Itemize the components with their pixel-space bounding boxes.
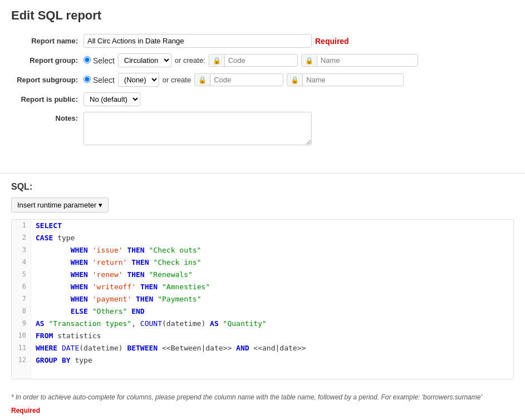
report-subgroup-name-wrapper: 🔒 (287, 73, 404, 86)
sql-label: SQL: (11, 182, 514, 192)
sql-line-3: 3 WHEN 'issue' THEN "Check outs" (12, 244, 513, 256)
required-badge: Required (315, 37, 349, 46)
report-subgroup-code-input[interactable] (210, 74, 283, 86)
insert-param-button[interactable]: Insert runtime parameter ▾ (11, 197, 109, 213)
page-title: Edit SQL report (11, 8, 514, 23)
sql-line-5: 5 WHEN 'renew' THEN "Renewals" (12, 269, 513, 281)
sql-line-1: 1 SELECT (12, 220, 513, 232)
sql-editor: 1 SELECT 2 CASE type 3 WHEN 'issue' THEN… (11, 219, 514, 379)
report-group-code-input[interactable] (225, 55, 297, 66)
report-group-code-wrapper: 🔒 (209, 54, 298, 67)
report-name-input[interactable] (84, 34, 312, 48)
report-group-or-create: or create: (175, 56, 205, 65)
sql-line-11: 11 WHERE DATE(datetime) BETWEEN <<Betwee… (12, 342, 513, 354)
notes-label: Notes: (11, 112, 84, 122)
report-subgroup-name-input[interactable] (303, 74, 403, 86)
sql-line-4: 4 WHEN 'return' THEN "Check ins" (12, 256, 513, 269)
report-group-select-radio[interactable]: Select (84, 56, 115, 65)
sql-line-6: 6 WHEN 'writeoff' THEN "Amnesties" (12, 281, 513, 293)
sql-line-8: 8 ELSE "Others" END (12, 305, 513, 318)
notes-textarea[interactable] (84, 112, 312, 145)
report-group-dropdown[interactable]: Circulation (118, 53, 171, 67)
report-subgroup-select-radio[interactable]: Select (84, 76, 115, 85)
report-name-label: Report name: (11, 37, 84, 45)
footer-note: * In order to achieve auto-complete for … (11, 393, 514, 401)
sql-line-2: 2 CASE type (12, 232, 513, 244)
sql-line-7: 7 WHEN 'payment' THEN "Payments" (12, 293, 513, 305)
subgroup-code-icon: 🔒 (195, 75, 210, 86)
report-group-name-input[interactable] (317, 55, 418, 66)
subgroup-name-icon: 🔒 (287, 75, 303, 86)
report-group-label: Report group: (11, 56, 84, 65)
report-group-name-wrapper: 🔒 (301, 54, 418, 67)
report-subgroup-or-create: or create (163, 76, 191, 84)
report-subgroup-label: Report subgroup: (11, 76, 84, 84)
report-subgroup-dropdown[interactable]: (None) (118, 73, 159, 87)
report-public-dropdown[interactable]: No (default) Yes (84, 92, 140, 106)
name-icon: 🔒 (302, 55, 317, 66)
sql-line-10: 10 FROM statistics (12, 330, 513, 342)
sql-line-9: 9 AS "Transaction types", COUNT(datetime… (12, 318, 513, 330)
report-public-label: Report is public: (11, 95, 84, 103)
sql-line-12: 12 GROUP BY type (12, 354, 513, 367)
sql-line-blank (12, 367, 513, 379)
insert-param-label: Insert runtime parameter (17, 201, 96, 209)
footer-required: Required (11, 407, 525, 414)
code-icon: 🔒 (209, 55, 225, 66)
dropdown-arrow-icon: ▾ (99, 201, 102, 209)
report-subgroup-code-wrapper: 🔒 (194, 73, 283, 86)
